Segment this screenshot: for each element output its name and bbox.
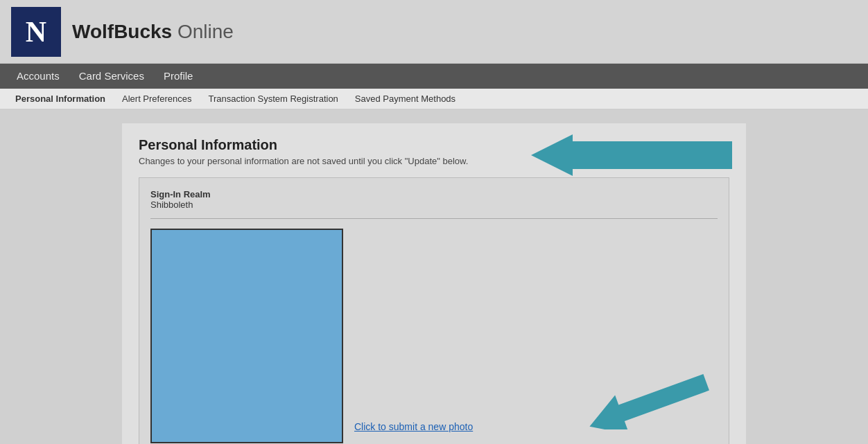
subnav-personal-info[interactable]: Personal Information — [7, 89, 114, 109]
nav-card-services[interactable]: Card Services — [69, 64, 154, 89]
photo-row: Click to submit a new photo — [150, 229, 718, 443]
logo-box: N — [11, 7, 61, 57]
sign-in-realm-label: Sign-In Realm — [150, 189, 718, 199]
arrow-annotation-top — [531, 134, 732, 176]
nav-accounts[interactable]: Accounts — [7, 64, 69, 89]
main-content: Personal Information Changes to your per… — [0, 109, 868, 444]
app-header: N WolfBucks Online — [0, 0, 868, 64]
subnav-alert-preferences[interactable]: Alert Preferences — [114, 89, 200, 109]
svg-marker-1 — [586, 367, 711, 429]
info-card: Sign-In Realm Shibboleth Click to submit… — [139, 177, 729, 444]
submit-photo-link[interactable]: Click to submit a new photo — [354, 421, 473, 432]
divider — [150, 218, 718, 219]
nav-profile[interactable]: Profile — [154, 64, 203, 89]
subnav-saved-payment-methods[interactable]: Saved Payment Methods — [347, 89, 464, 109]
primary-nav: Accounts Card Services Profile — [0, 64, 868, 89]
subnav-transaction-system[interactable]: Transaction System Registration — [200, 89, 346, 109]
app-title-bold: WolfBucks — [72, 21, 172, 42]
arrow-annotation-bottom — [586, 367, 711, 429]
svg-marker-0 — [531, 134, 732, 176]
app-title: WolfBucks Online — [72, 21, 234, 43]
logo-letter: N — [26, 15, 46, 48]
photo-right: Click to submit a new photo — [343, 229, 718, 443]
secondary-nav: Personal Information Alert Preferences T… — [0, 89, 868, 109]
sign-in-realm-value: Shibboleth — [150, 199, 718, 210]
app-title-light: Online — [172, 21, 234, 42]
content-wrapper: Personal Information Changes to your per… — [122, 123, 746, 444]
photo-placeholder — [150, 229, 343, 443]
